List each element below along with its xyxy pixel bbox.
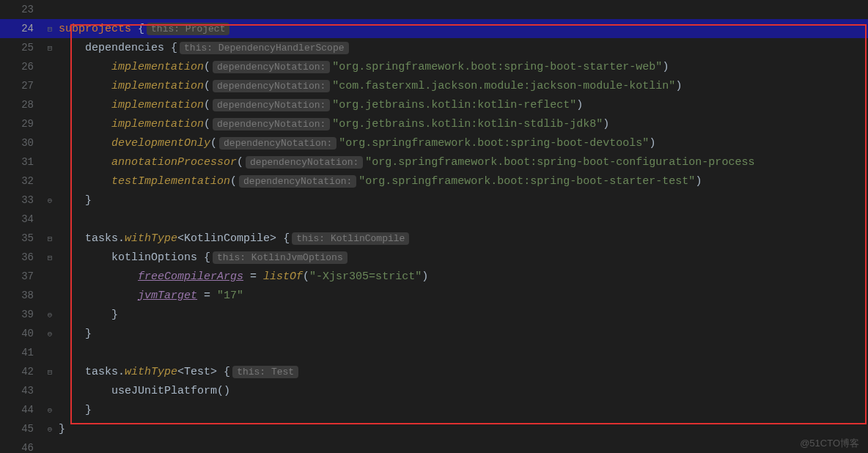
line-number: 31 (0, 152, 43, 172)
code-line[interactable]: kotlinOptions { this: KotlinJvmOptions (57, 248, 868, 267)
code-line[interactable] (57, 343, 868, 362)
code-content[interactable]: subprojects { this: Project dependencies… (57, 0, 868, 453)
line-number: 40 (0, 324, 43, 343)
fold-icon[interactable]: ⊟ (43, 19, 57, 38)
line-number: 24 (0, 19, 43, 38)
method-call: implementation (111, 80, 204, 92)
type-name: KotlinCompile (184, 232, 270, 245)
fold-icon[interactable]: ⊖ (43, 191, 57, 210)
fold-icon[interactable] (43, 286, 57, 305)
method-call: implementation (111, 118, 204, 130)
brace: } (85, 404, 92, 416)
code-line[interactable]: implementation(dependencyNotation:"org.j… (57, 95, 868, 114)
code-line[interactable]: implementation(dependencyNotation:"com.f… (57, 76, 868, 95)
fold-icon[interactable] (43, 133, 57, 152)
fold-icon[interactable] (43, 76, 57, 95)
inlay-hint: this: Test (232, 366, 298, 378)
code-line[interactable]: freeCompilerArgs = listOf("-Xjsr305=stri… (57, 267, 868, 286)
brace: { (276, 232, 290, 245)
fold-icon[interactable]: ⊖ (43, 419, 57, 438)
line-number: 32 (0, 172, 43, 191)
fold-icon[interactable] (43, 343, 57, 362)
inlay-hint: this: DependencyHandlerScope (180, 42, 348, 54)
fold-icon[interactable]: ⊟ (43, 362, 57, 381)
fold-icon[interactable] (43, 57, 57, 76)
code-editor[interactable]: 23 24 25 26 27 28 29 30 31 32 33 34 35 3… (0, 0, 868, 453)
fold-icon[interactable] (43, 0, 57, 19)
string-literal: "com.fasterxml.jackson.module:jackson-mo… (332, 80, 675, 92)
param-hint: dependencyNotation: (213, 80, 330, 92)
line-number: 29 (0, 114, 43, 133)
brace: } (111, 309, 118, 321)
brace: { (217, 366, 230, 378)
code-line[interactable]: implementation(dependencyNotation:"org.s… (57, 57, 868, 76)
line-number: 46 (0, 438, 43, 453)
method-call: implementation (111, 99, 204, 111)
fold-icon[interactable]: ⊟ (43, 229, 57, 248)
keyword: subprojects (59, 23, 131, 35)
string-literal: "org.springframework.boot:spring-boot-st… (358, 175, 695, 188)
fold-icon[interactable] (43, 267, 57, 286)
brace: } (85, 194, 92, 207)
fold-icon[interactable] (43, 172, 57, 191)
code-line[interactable]: tasks.withType<KotlinCompile> { this: Ko… (57, 229, 868, 248)
line-number: 33 (0, 191, 43, 210)
fold-icon[interactable] (43, 95, 57, 114)
identifier: kotlinOptions (111, 251, 197, 264)
param-hint: dependencyNotation: (213, 118, 330, 130)
identifier: dependencies (85, 42, 164, 54)
identifier: tasks (85, 232, 118, 245)
code-line[interactable]: useJUnitPlatform() (57, 381, 868, 400)
watermark: @51CTO博客 (800, 437, 859, 450)
code-line[interactable]: annotationProcessor(dependencyNotation:"… (57, 152, 868, 172)
line-number: 26 (0, 57, 43, 76)
fold-icon[interactable]: ⊖ (43, 305, 57, 324)
code-line[interactable]: } (57, 305, 868, 324)
code-line[interactable]: } (57, 191, 868, 210)
line-number: 23 (0, 0, 43, 19)
string-literal: "org.springframework.boot:spring-boot-de… (339, 137, 649, 150)
code-line[interactable]: tasks.withType<Test> { this: Test (57, 362, 868, 381)
inlay-hint: this: KotlinCompile (292, 232, 409, 245)
fold-icon[interactable] (43, 381, 57, 400)
method-call: withType (125, 366, 177, 378)
code-line[interactable]: } (57, 419, 868, 438)
fold-icon[interactable]: ⊟ (43, 248, 57, 267)
code-line[interactable] (57, 210, 868, 229)
code-line[interactable] (57, 438, 868, 453)
fold-icon[interactable] (43, 210, 57, 229)
code-line[interactable]: implementation(dependencyNotation:"org.j… (57, 114, 868, 133)
fold-icon[interactable]: ⊖ (43, 400, 57, 419)
string-literal: "org.jetbrains.kotlin:kotlin-stdlib-jdk8… (332, 118, 603, 130)
code-line[interactable]: subprojects { this: Project (57, 19, 868, 38)
line-number: 28 (0, 95, 43, 114)
code-line[interactable]: } (57, 400, 868, 419)
brace: { (164, 42, 177, 54)
property: jvmTarget (138, 290, 197, 302)
fold-icon[interactable]: ⊟ (43, 38, 57, 57)
fold-icon[interactable] (43, 438, 57, 453)
fold-icon[interactable]: ⊖ (43, 324, 57, 343)
line-number: 35 (0, 229, 43, 248)
brace: } (85, 328, 92, 340)
param-hint: dependencyNotation: (213, 61, 330, 73)
string-literal: "17" (217, 290, 243, 302)
string-literal: "org.jetbrains.kotlin:kotlin-reflect" (332, 99, 576, 111)
line-number: 39 (0, 305, 43, 324)
line-number: 44 (0, 400, 43, 419)
brace: } (59, 423, 65, 435)
fold-icon[interactable] (43, 152, 57, 172)
code-line[interactable]: jvmTarget = "17" (57, 286, 868, 305)
line-number: 38 (0, 286, 43, 305)
fold-icon[interactable] (43, 114, 57, 133)
line-number-gutter: 23 24 25 26 27 28 29 30 31 32 33 34 35 3… (0, 0, 43, 453)
code-line[interactable]: dependencies { this: DependencyHandlerSc… (57, 38, 868, 57)
code-line[interactable] (57, 0, 868, 19)
code-line[interactable]: developmentOnly(dependencyNotation:"org.… (57, 133, 868, 152)
param-hint: dependencyNotation: (239, 175, 356, 188)
identifier: tasks (85, 366, 118, 378)
string-literal: "org.springframework.boot:spring-boot-co… (365, 156, 754, 169)
code-line[interactable]: testImplementation(dependencyNotation:"o… (57, 172, 868, 191)
method-call: listOf (263, 270, 303, 283)
code-line[interactable]: } (57, 324, 868, 343)
